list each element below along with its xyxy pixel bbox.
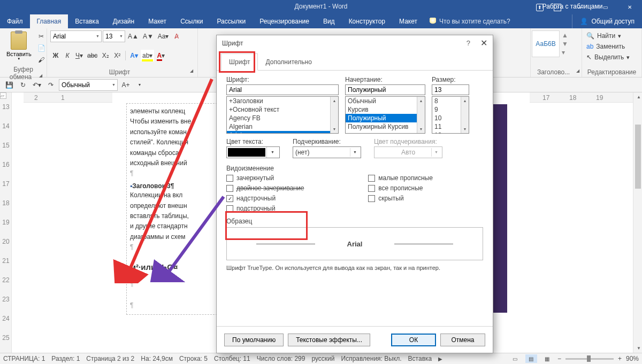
zoom-in-button[interactable]: +: [618, 355, 622, 362]
tell-me[interactable]: Что вы хотите сделать?: [424, 14, 516, 28]
ribbon-display-options-icon[interactable]: ⬆: [536, 4, 544, 11]
dialog-help-button[interactable]: ?: [467, 39, 470, 47]
replace-button[interactable]: abЗаменить: [586, 41, 637, 52]
bold-button[interactable]: Ж: [50, 50, 61, 61]
share-button[interactable]: 👤Общий доступ: [572, 14, 642, 28]
view-read-button[interactable]: ▭: [509, 354, 521, 363]
strike-button[interactable]: abc: [86, 50, 99, 61]
scroll-thumb[interactable]: [635, 125, 641, 189]
underline-button[interactable]: Ч▾: [74, 50, 85, 61]
clipboard-launcher-icon[interactable]: ◢: [38, 73, 43, 79]
status-position[interactable]: На: 24,9см: [141, 355, 173, 362]
list-item[interactable]: +Основной текст: [227, 105, 338, 114]
superscript-button[interactable]: X²: [112, 50, 123, 61]
highlight-button[interactable]: ab▾: [141, 50, 154, 61]
status-column[interactable]: Столбец: 11: [214, 355, 250, 362]
tab-file[interactable]: Файл: [0, 14, 30, 28]
tab-table-layout[interactable]: Макет: [392, 14, 424, 28]
vertical-ruler[interactable]: ▱ 1314151617181920212223242526: [0, 92, 12, 353]
select-button[interactable]: ↖Выделить ▾: [586, 52, 637, 63]
cut-button[interactable]: ✂: [36, 30, 47, 42]
clear-formatting-button[interactable]: A̷: [171, 30, 182, 42]
font-color-picker[interactable]: ▼: [226, 146, 280, 158]
zoom-out-button[interactable]: −: [557, 355, 561, 362]
tab-design[interactable]: Дизайн: [106, 14, 141, 28]
text-effects-button[interactable]: A▾: [128, 50, 140, 61]
dialog-tab-advanced[interactable]: Дополнительно: [258, 54, 319, 70]
tab-layout[interactable]: Макет: [141, 14, 173, 28]
tab-references[interactable]: Ссылки: [173, 14, 210, 28]
status-insertmode[interactable]: Вставка: [408, 355, 432, 362]
status-wordcount[interactable]: Число слов: 299: [257, 355, 305, 362]
checkbox-allcaps[interactable]: все прописные: [368, 184, 433, 192]
styles-launcher-icon[interactable]: ◢: [575, 68, 580, 74]
list-item[interactable]: +Заголовки: [227, 97, 338, 105]
underline-style-dropdown[interactable]: (нет)▼: [293, 146, 361, 158]
minimize-button[interactable]: —: [568, 0, 593, 14]
view-print-button[interactable]: ▤: [525, 354, 537, 363]
status-pageof[interactable]: Страница 2 из 2: [86, 355, 134, 362]
new-style-button[interactable]: A+: [120, 79, 132, 91]
close-button[interactable]: ✕: [617, 0, 642, 14]
checkbox-smallcaps[interactable]: малые прописные: [368, 174, 433, 182]
list-item[interactable]: Algerian: [227, 122, 338, 131]
list-item[interactable]: Полужирный: [346, 114, 425, 122]
dialog-titlebar[interactable]: Шрифт ? ✕: [217, 35, 493, 51]
status-page[interactable]: СТРАНИЦА: 1: [3, 355, 45, 362]
default-button[interactable]: По умолчанию: [224, 334, 284, 346]
change-case-button[interactable]: Aa▾: [156, 30, 171, 42]
scroll-up-button[interactable]: ▲: [633, 92, 642, 102]
copy-button[interactable]: 📄: [36, 42, 47, 54]
italic-button[interactable]: К: [62, 50, 73, 61]
list-item[interactable]: Полужирный Курсив: [346, 122, 425, 131]
list-item[interactable]: Agency FB: [227, 114, 338, 122]
checkbox-hidden[interactable]: скрытый: [368, 195, 433, 202]
zoom-slider[interactable]: [565, 358, 614, 360]
style-combo[interactable]: Обычный▼: [59, 79, 118, 91]
status-language[interactable]: русский: [311, 355, 334, 362]
status-trackchanges[interactable]: Исправления: Выкл.: [341, 355, 402, 362]
font-name-combo[interactable]: Arial▼: [50, 30, 102, 42]
checkbox-strike[interactable]: зачеркнутый: [226, 174, 304, 182]
font-name-input[interactable]: [226, 84, 339, 95]
styles-more-button[interactable]: ▲▼▾: [562, 32, 568, 56]
listbox-scrollbar[interactable]: ▲▼: [330, 97, 338, 133]
format-painter-button[interactable]: 🖌: [36, 54, 47, 66]
font-style-input[interactable]: [345, 84, 425, 95]
maximize-button[interactable]: ▭: [593, 0, 617, 14]
dialog-close-button[interactable]: ✕: [480, 38, 487, 48]
font-listbox[interactable]: +Заголовки +Основной текст Agency FB Alg…: [226, 96, 339, 134]
style-listbox[interactable]: Обычный Курсив Полужирный Полужирный Кур…: [345, 96, 425, 134]
qat-customize-button[interactable]: ▼: [134, 79, 146, 91]
status-line[interactable]: Строка: 5: [179, 355, 208, 362]
tab-review[interactable]: Рецензирование: [253, 14, 316, 28]
tab-mailings[interactable]: Рассылки: [210, 14, 253, 28]
style-heading1[interactable]: АаБ6В: [532, 30, 560, 57]
size-listbox[interactable]: 8 9 10 11 12 ▲▼: [432, 96, 469, 134]
ok-button[interactable]: ОК: [391, 334, 436, 346]
paste-button[interactable]: Вставить ▼: [3, 30, 35, 61]
zoom-level[interactable]: 90%: [626, 355, 639, 362]
scroll-down-button[interactable]: ▼: [633, 344, 642, 353]
text-effects-button[interactable]: Текстовые эффекты...: [288, 334, 370, 346]
cancel-button[interactable]: Отмена: [440, 334, 485, 346]
dialog-tab-font[interactable]: Шрифт: [221, 53, 258, 71]
checkbox-double-strike[interactable]: двойное зачеркивание: [226, 184, 304, 192]
listbox-scrollbar[interactable]: ▲▼: [461, 97, 469, 133]
tab-view[interactable]: Вид: [316, 14, 342, 28]
font-size-combo[interactable]: 13▼: [103, 30, 125, 42]
find-button[interactable]: 🔍Найти ▾: [586, 30, 637, 41]
tab-insert[interactable]: Вставка: [68, 14, 106, 28]
list-item[interactable]: Курсив: [346, 105, 425, 114]
shrink-font-button[interactable]: A▼: [141, 30, 155, 42]
help-icon[interactable]: ?: [554, 4, 561, 11]
status-section[interactable]: Раздел: 1: [51, 355, 80, 362]
macro-icon[interactable]: ▶: [438, 356, 442, 362]
subscript-button[interactable]: X₂: [100, 50, 111, 61]
vertical-scrollbar[interactable]: ▲ ▼: [633, 92, 642, 353]
tab-table-design[interactable]: Конструктор: [342, 14, 392, 28]
checkbox-subscript[interactable]: подстрочный: [226, 205, 304, 212]
font-launcher-icon[interactable]: ◢: [189, 68, 194, 74]
font-color-button[interactable]: A▾: [155, 50, 166, 61]
view-web-button[interactable]: ▦: [541, 354, 553, 363]
